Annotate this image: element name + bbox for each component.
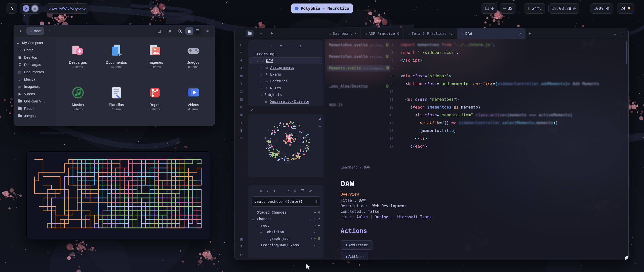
folder-documentos[interactable]: Documentos 14 items: [97, 40, 136, 82]
bookmarks-tab-icon[interactable]: ⚑: [268, 30, 276, 37]
add-lecture-button[interactable]: + Add Lecture: [341, 240, 373, 250]
split-editor-icon[interactable]: ◫: [621, 31, 623, 36]
sidebar-item-musica[interactable]: ♪Musica: [14, 76, 57, 83]
search-tab-icon[interactable]: ⌖: [257, 30, 265, 37]
graph-pane-tab[interactable]: ☍: [248, 107, 324, 113]
sidebar-item-documentos[interactable]: ▤Documentos: [14, 68, 57, 76]
sidebar-item-imagenes[interactable]: ▦Imagenes: [14, 83, 57, 90]
ribbon-currency-icon[interactable]: $: [238, 128, 244, 133]
ribbon-help-icon[interactable]: ?: [238, 245, 244, 249]
sidebar-item-obsidian-vault[interactable]: Obsidian V…: [14, 97, 57, 105]
sort-icon[interactable]: ⇅: [290, 44, 292, 48]
tree-item-exams[interactable]: › ! Exams: [250, 71, 322, 78]
git-commit-icon[interactable]: ✓: [267, 189, 269, 193]
folder-imagenes[interactable]: Imagenes 10 items: [136, 40, 174, 82]
sidebar-item-repos[interactable]: Repos: [14, 105, 57, 112]
git-row-learning-daw-exams[interactable]: › Learning/DAW/Exams ↶ +: [250, 242, 322, 248]
tab-list-icon[interactable]: ⌄: [614, 31, 616, 36]
sidebar-item-descargas[interactable]: ↧Descargas: [14, 61, 57, 68]
tree-item-learning[interactable]: ⌄ Learning: [250, 50, 322, 57]
refresh-icon[interactable]: ⟳: [23, 5, 29, 12]
ribbon-camera-icon[interactable]: ◉: [238, 113, 244, 117]
launcher-button[interactable]: Λ: [7, 3, 17, 14]
tree-item-desarrollo-cliente[interactable]: ◍ Desarrollo-Cliente: [250, 98, 322, 105]
graph-settings-icon[interactable]: ⚙: [319, 116, 321, 121]
tree-item-daw[interactable]: ⌄ ❒ DAW: [250, 57, 322, 64]
git-backup-icon[interactable]: ⊕: [260, 189, 262, 193]
list-view-icon[interactable]: ☰: [193, 27, 202, 35]
git-pane-tab[interactable]: ⇅: [248, 178, 324, 184]
sidebar-item-home[interactable]: ⌂Home: [14, 46, 57, 54]
editor-scrollbar[interactable]: [626, 41, 627, 64]
tree-item-assignments[interactable]: › ▤ Assignments: [250, 64, 322, 71]
new-note-icon[interactable]: ✎: [270, 44, 272, 48]
git-row-changes[interactable]: ⌄ Changes ↶ + 2: [250, 216, 322, 222]
tab-daw[interactable]: ❏ DAW ✕: [458, 28, 526, 39]
notifications-module[interactable]: 24: [617, 3, 634, 14]
breadcrumb[interactable]: ⌂ matt: [26, 27, 44, 35]
new-tab-icon[interactable]: +: [526, 31, 534, 36]
git-refresh-icon[interactable]: ⟳: [309, 189, 312, 193]
link-outlook[interactable]: Outlook: [375, 215, 390, 219]
collapse-all-icon[interactable]: ∧: [299, 44, 301, 48]
tree-item-subjects[interactable]: ⌄ Subjects: [250, 91, 322, 98]
ribbon-kanban-icon[interactable]: ▥: [238, 97, 244, 101]
folder-descargas[interactable]: Descargas 2 items: [59, 40, 97, 82]
clear-icon[interactable]: ⊗: [315, 199, 317, 204]
git-pull-icon[interactable]: ↧: [294, 189, 296, 193]
keyboard-layout-module[interactable]: ⌨ US: [500, 3, 516, 14]
git-row-obsidian-folder[interactable]: ⌄ .obsidian ↶ +: [250, 229, 322, 235]
new-folder-icon[interactable]: ⊞: [165, 27, 173, 35]
ribbon-close-icon[interactable]: ✕: [238, 136, 244, 141]
git-stage-all-icon[interactable]: +: [273, 189, 276, 193]
git-row-root[interactable]: ⌄ root ↶ +: [250, 222, 322, 229]
ribbon-pin-icon[interactable]: ✦: [238, 120, 244, 125]
ribbon-search-icon[interactable]: ⌖: [238, 50, 244, 55]
commit-message-input[interactable]: [254, 199, 315, 203]
notes-icon[interactable]: ▤: [31, 5, 38, 12]
folder-repos[interactable]: Repos 6 items: [136, 82, 174, 124]
graph-view[interactable]: [250, 116, 323, 175]
editor-pane[interactable]: MementoOne.sveltesrc/co…UMementoTwo.svel…: [325, 39, 628, 260]
link-teams[interactable]: Microsoft Teams: [397, 215, 431, 219]
ribbon-home-icon[interactable]: ⌂: [238, 42, 244, 47]
graph-filter-icon[interactable]: ✛: [319, 124, 321, 128]
git-push-icon[interactable]: ↥: [287, 189, 289, 193]
folder-plantillas[interactable]: Plantillas 7 items: [97, 82, 136, 124]
ribbon-vault-icon[interactable]: ▣: [238, 237, 244, 242]
link-aules[interactable]: Aules: [356, 215, 368, 219]
ribbon-terminal-icon[interactable]: ❯: [238, 81, 244, 86]
tree-item-notes[interactable]: › ✎ Notes: [250, 84, 322, 91]
weather-module[interactable]: ☾ 24°C: [524, 3, 545, 14]
grid-view-icon[interactable]: ▦: [185, 27, 193, 35]
ribbon-settings-icon[interactable]: ⚙: [238, 253, 244, 257]
add-note-button[interactable]: + Add Note: [341, 252, 368, 260]
ribbon-graph-icon[interactable]: ❖: [238, 66, 244, 70]
split-view-icon[interactable]: ◫: [155, 27, 163, 35]
menu-icon[interactable]: ≡: [204, 27, 212, 35]
back-button[interactable]: ‹: [17, 27, 24, 35]
folder-musica[interactable]: Musica 6 items: [59, 82, 97, 124]
git-row-staged[interactable]: › Staged Changes − 0: [250, 209, 322, 216]
tab-asp-practice[interactable]: ❏ ASP Practice 6: [361, 28, 404, 39]
new-folder-icon[interactable]: ⊞: [280, 44, 282, 48]
sidebar-item-desktop[interactable]: ▣Desktop: [14, 54, 57, 61]
note-breadcrumb[interactable]: Learning / DAW: [341, 165, 441, 169]
sidebar-header[interactable]: ⌄ My Computer: [14, 39, 57, 46]
forward-button[interactable]: ›: [46, 27, 54, 35]
sidebar-item-juegos[interactable]: Juegos: [14, 112, 57, 119]
volume-module[interactable]: 100%: [590, 3, 613, 14]
ribbon-calendar-icon[interactable]: ▦: [238, 74, 244, 78]
tab-tema6[interactable]: ❏ Tema 6 Prácticas -…: [404, 28, 458, 39]
close-icon[interactable]: ✕: [519, 31, 521, 36]
sidebar-item-videos[interactable]: ▶Videos: [14, 90, 57, 97]
updates-module[interactable]: 11 ⚙: [481, 3, 497, 14]
folder-videos[interactable]: Videos 4 items: [174, 82, 213, 124]
ribbon-book-icon[interactable]: ❐: [238, 89, 244, 94]
git-list-view-icon[interactable]: ☰: [301, 189, 304, 193]
tab-dashboard[interactable]: ❏ Dashboard ✦: [325, 28, 361, 39]
files-tab-icon[interactable]: [246, 30, 254, 37]
git-unstage-all-icon[interactable]: −: [280, 189, 283, 193]
media-player-widget[interactable]: Polyphia - Neurotica: [291, 3, 353, 14]
folder-juegos[interactable]: Juegos 8 items: [174, 40, 213, 82]
